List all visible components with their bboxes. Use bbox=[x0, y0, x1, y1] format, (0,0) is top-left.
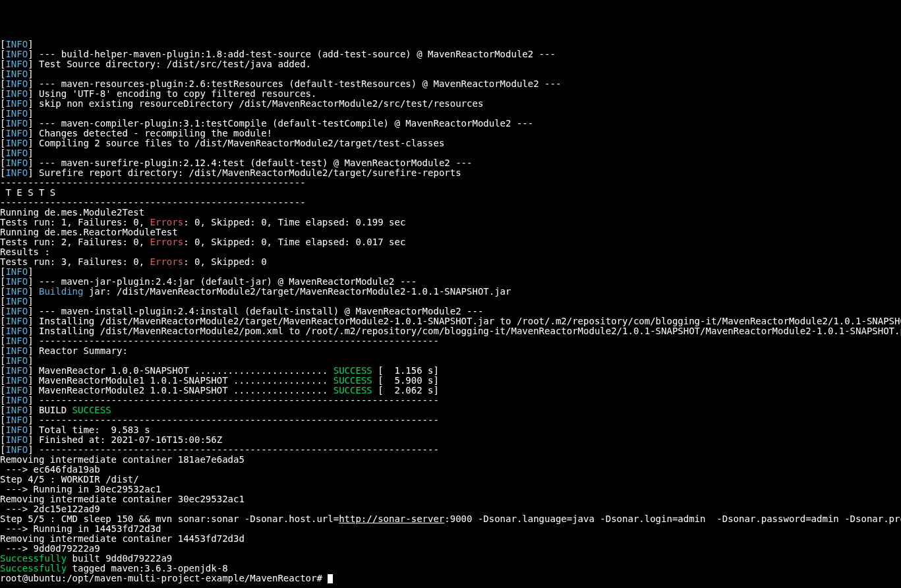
terminal-text: ] Surefire report directory: /dist/Maven… bbox=[28, 167, 461, 178]
terminal-text: ] Using 'UTF-8' encoding to copy filtere… bbox=[28, 88, 316, 99]
terminal-line: [INFO] Compiling 2 source files to /dist… bbox=[0, 138, 901, 148]
terminal-line: [INFO] MavenReactorModule2 1.0.1-SNAPSHO… bbox=[0, 386, 901, 396]
terminal-text: ---> 2dc15e122ad9 bbox=[0, 504, 100, 514]
terminal-text: jar: /dist/MavenReactorModule2/target/Ma… bbox=[83, 286, 511, 297]
success-text: SUCCESS bbox=[73, 405, 111, 415]
terminal-text: [ 1.156 s] bbox=[372, 365, 439, 376]
info-text: INFO bbox=[5, 138, 28, 148]
terminal-line: [INFO] --- maven-install-plugin:2.4:inst… bbox=[0, 307, 901, 316]
info-text: INFO bbox=[5, 326, 28, 336]
terminal-text: tagged maven:3.6.3-openjdk-8 bbox=[67, 563, 227, 573]
terminal-text: ] --- maven-resources-plugin:2.6:testRes… bbox=[28, 78, 561, 89]
terminal-line: ---> 2dc15e122ad9 bbox=[0, 504, 901, 514]
terminal-line: ---> ec646fda19ab bbox=[0, 465, 901, 475]
terminal-line: Step 4/5 : WORKDIR /dist/ bbox=[0, 475, 901, 485]
terminal-text: ---> 9dd0d79222a9 bbox=[0, 543, 100, 554]
terminal-text: ] bbox=[28, 286, 39, 297]
terminal-text: ----------------------------------------… bbox=[0, 177, 306, 188]
errors-text: Errors bbox=[150, 237, 184, 247]
terminal-line: Removing intermediate container 14453fd7… bbox=[0, 534, 901, 544]
terminal-line: Results : bbox=[0, 247, 901, 257]
info-text: INFO bbox=[5, 444, 28, 455]
terminal-line: [INFO] ---------------------------------… bbox=[0, 396, 901, 405]
terminal-text: ] MavenReactorModule2 1.0.1-SNAPSHOT ...… bbox=[28, 385, 334, 396]
terminal-line: Tests run: 1, Failures: 0, Errors: 0, Sk… bbox=[0, 218, 901, 227]
info-text: INFO bbox=[5, 306, 28, 316]
terminal-line: Removing intermediate container 181ae7e6… bbox=[0, 455, 901, 465]
terminal-line: Removing intermediate container 30ec2953… bbox=[0, 494, 901, 504]
terminal-line: [INFO] bbox=[0, 267, 901, 277]
info-text: INFO bbox=[5, 405, 28, 415]
info-text: INFO bbox=[5, 108, 28, 119]
terminal-line: [INFO] Using 'UTF-8' encoding to copy fi… bbox=[0, 89, 901, 99]
terminal-text: ] BUILD bbox=[28, 405, 72, 415]
terminal-line: [INFO] bbox=[0, 69, 901, 79]
cursor bbox=[328, 574, 333, 583]
terminal-text: ] --- maven-surefire-plugin:2.12.4:test … bbox=[28, 158, 472, 168]
info-text: INFO bbox=[5, 69, 28, 79]
info-text: INFO bbox=[5, 266, 28, 277]
info-text: INFO bbox=[5, 59, 28, 69]
terminal-text: ----------------------------------------… bbox=[0, 197, 306, 208]
info-text: INFO bbox=[5, 296, 28, 307]
info-text: INFO bbox=[5, 336, 28, 346]
terminal-line: [INFO] ---------------------------------… bbox=[0, 336, 901, 346]
terminal-line: ---> Running in 30ec29532ac1 bbox=[0, 485, 901, 494]
terminal-text: ---> ec646fda19ab bbox=[0, 464, 100, 475]
terminal-line: [INFO] Total time: 9.583 s bbox=[0, 425, 901, 435]
shell-prompt: root@ubuntu:/opt/maven-multi-project-exa… bbox=[0, 573, 328, 583]
terminal-line: T E S T S bbox=[0, 188, 901, 198]
terminal-text: [ 5.900 s] bbox=[372, 375, 439, 386]
terminal-text: ] Total time: 9.583 s bbox=[28, 425, 150, 435]
terminal-text: ] Finished at: 2021-07-16T15:00:56Z bbox=[28, 434, 222, 445]
terminal-prompt-line[interactable]: root@ubuntu:/opt/maven-multi-project-exa… bbox=[0, 573, 901, 583]
terminal-text: Removing intermediate container 30ec2953… bbox=[0, 494, 245, 504]
terminal-text: Tests run: 2, Failures: 0, bbox=[0, 237, 150, 247]
terminal-line: Successfully built 9dd0d79222a9 bbox=[0, 554, 901, 564]
errors-text: Errors bbox=[150, 217, 184, 227]
terminal-text: ] skip non existing resourceDirectory /d… bbox=[28, 98, 483, 109]
terminal-line: [INFO] bbox=[0, 148, 901, 158]
terminal-line: ----------------------------------------… bbox=[0, 198, 901, 208]
terminal-line: [INFO] Installing /dist/MavenReactorModu… bbox=[0, 326, 901, 336]
info-text: INFO bbox=[5, 365, 28, 376]
terminal-text: ---> Running in 14453fd72d3d bbox=[0, 523, 161, 534]
terminal-text: ] bbox=[28, 355, 33, 366]
info-text: INFO bbox=[5, 415, 28, 425]
terminal-line: Tests run: 3, Failures: 0, Errors: 0, Sk… bbox=[0, 257, 901, 267]
terminal-text: : 0, Skipped: 0 bbox=[183, 256, 266, 267]
terminal-line: [INFO] bbox=[0, 109, 901, 119]
terminal-text: ] Test Source directory: /dist/src/test/… bbox=[28, 59, 311, 69]
terminal-line: Running de.mes.ReactorModuleTest bbox=[0, 227, 901, 237]
info-text: INFO bbox=[5, 286, 28, 297]
info-text: INFO bbox=[5, 395, 28, 405]
terminal-text: ] Compiling 2 source files to /dist/Mave… bbox=[28, 138, 444, 148]
success-text: SUCCESS bbox=[334, 385, 372, 396]
info-text: INFO bbox=[5, 148, 28, 158]
terminal-line: Running de.mes.Module2Test bbox=[0, 208, 901, 218]
terminal-text: ] MavenReactorModule1 1.0.1-SNAPSHOT ...… bbox=[28, 375, 334, 386]
terminal-text: ] --------------------------------------… bbox=[28, 336, 439, 346]
terminal-text: Step 5/5 : CMD sleep 150 && mvn sonar:so… bbox=[0, 514, 339, 524]
terminal-line: Step 5/5 : CMD sleep 150 && mvn sonar:so… bbox=[0, 514, 901, 524]
terminal-line: [INFO] Changes detected - recompiling th… bbox=[0, 129, 901, 138]
terminal-line: [INFO] bbox=[0, 356, 901, 366]
terminal-text: Removing intermediate container 181ae7e6… bbox=[0, 454, 245, 465]
info-text: INFO bbox=[5, 98, 28, 109]
terminal-output[interactable]: [INFO][INFO] --- build-helper-maven-plug… bbox=[0, 40, 901, 583]
terminal-text: ] --- maven-compiler-plugin:3.1:testComp… bbox=[28, 118, 533, 129]
terminal-line: Tests run: 2, Failures: 0, Errors: 0, Sk… bbox=[0, 237, 901, 247]
link-text: http://sonar-server bbox=[339, 514, 444, 524]
info-text: INFO bbox=[5, 385, 28, 396]
terminal-line: ----------------------------------------… bbox=[0, 178, 901, 188]
terminal-text: Running de.mes.ReactorModuleTest bbox=[0, 227, 178, 237]
info-text: INFO bbox=[5, 167, 28, 178]
terminal-text: Running de.mes.Module2Test bbox=[0, 207, 144, 218]
success-text: Successfully bbox=[0, 553, 67, 564]
terminal-line: [INFO] Building jar: /dist/MavenReactorM… bbox=[0, 287, 901, 297]
terminal-text: ] Installing /dist/MavenReactorModule2/t… bbox=[28, 316, 901, 326]
terminal-text: :9000 -Dsonar.language=java -Dsonar.logi… bbox=[444, 514, 901, 524]
info-text: INFO bbox=[5, 316, 28, 326]
terminal-text: ] --------------------------------------… bbox=[28, 395, 439, 405]
terminal-text: Tests run: 1, Failures: 0, bbox=[0, 217, 150, 227]
